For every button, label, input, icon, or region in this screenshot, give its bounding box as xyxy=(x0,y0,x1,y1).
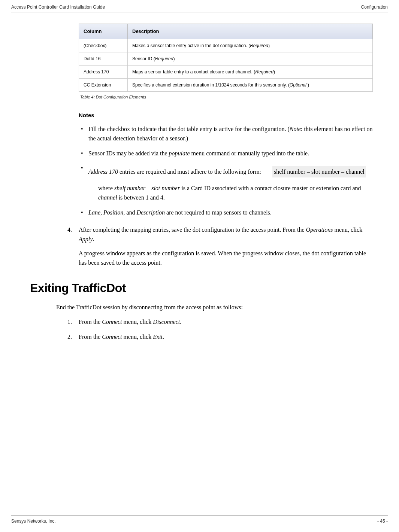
note-item: Address 170 entries are required and mus… xyxy=(79,163,373,203)
cell-description: Makes a sensor table entry active in the… xyxy=(128,39,373,52)
header-right: Configuration xyxy=(361,4,388,10)
th-description: Description xyxy=(128,24,373,39)
note-item: Lane, Position, and Description are not … xyxy=(79,208,373,218)
cell-column: Address 170 xyxy=(79,65,128,78)
page-header: Access Point Controller Card Installatio… xyxy=(11,4,388,10)
table-row: (Checkbox) Makes a sensor table entry ac… xyxy=(79,39,373,52)
cell-column: CC Extension xyxy=(79,78,128,91)
step-number: 1. xyxy=(67,317,72,327)
main-content: Column Description (Checkbox) Makes a se… xyxy=(79,24,373,341)
th-column: Column xyxy=(79,24,128,39)
step-list: 4. After completing the mapping entries,… xyxy=(67,225,373,268)
table-row: Address 170 Maps a sensor table entry to… xyxy=(79,65,373,78)
table-row: DotId 16 Sensor ID (Required) xyxy=(79,52,373,65)
cell-column: (Checkbox) xyxy=(79,39,128,52)
footer-right: - 45 - xyxy=(377,518,388,525)
exiting-heading: Exiting TrafficDot xyxy=(30,279,373,297)
footer-left: Sensys Networks, Inc. xyxy=(11,518,56,525)
exit-step-2: 2. From the Connect menu, click Exit. xyxy=(67,332,373,342)
exiting-intro: End the TrafficDot session by disconnect… xyxy=(56,303,373,312)
notes-list: Fill the checkbox to indicate that the d… xyxy=(79,124,373,218)
notes-heading: Notes xyxy=(79,111,373,120)
cell-column: DotId 16 xyxy=(79,52,128,65)
step-4: 4. After completing the mapping entries,… xyxy=(67,225,373,268)
table-row: CC Extension Specifies a channel extensi… xyxy=(79,78,373,91)
header-rule xyxy=(11,12,388,12)
exit-steps: 1. From the Connect menu, click Disconne… xyxy=(67,317,373,341)
address-format: shelf number – slot number – channel xyxy=(272,166,366,177)
cell-description: Sensor ID (Required) xyxy=(128,52,373,65)
address-format-explain: where shelf number – slot number is a Ca… xyxy=(98,183,373,203)
table-caption: Table 4: Dot Configuration Elements xyxy=(80,94,373,100)
exit-step-1: 1. From the Connect menu, click Disconne… xyxy=(67,317,373,327)
dot-config-table: Column Description (Checkbox) Makes a se… xyxy=(79,24,373,92)
step-number: 4. xyxy=(67,225,72,235)
step-number: 2. xyxy=(67,332,72,342)
note-item: Sensor IDs may be added via the populate… xyxy=(79,149,373,158)
page-footer: Sensys Networks, Inc. - 45 - xyxy=(11,515,388,525)
cell-description: Specifies a channel extension duration i… xyxy=(128,78,373,91)
step-4-result: A progress window appears as the configu… xyxy=(79,249,373,268)
header-left: Access Point Controller Card Installatio… xyxy=(11,4,105,10)
note-item: Fill the checkbox to indicate that the d… xyxy=(79,124,373,143)
cell-description: Maps a sensor table entry to a contact c… xyxy=(128,65,373,78)
